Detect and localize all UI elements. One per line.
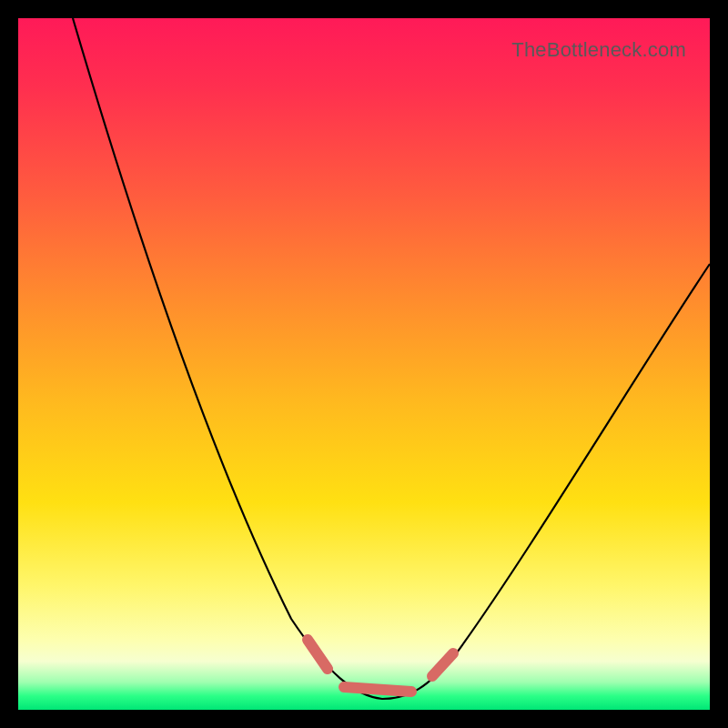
marker-segment (432, 653, 453, 676)
bottom-markers (308, 640, 453, 692)
bottleneck-curve (18, 18, 710, 710)
plot-area: TheBottleneck.com (18, 18, 710, 710)
curve-path (73, 18, 710, 699)
marker-segment (308, 640, 328, 669)
marker-segment (344, 687, 411, 692)
chart-frame: TheBottleneck.com (0, 0, 728, 728)
